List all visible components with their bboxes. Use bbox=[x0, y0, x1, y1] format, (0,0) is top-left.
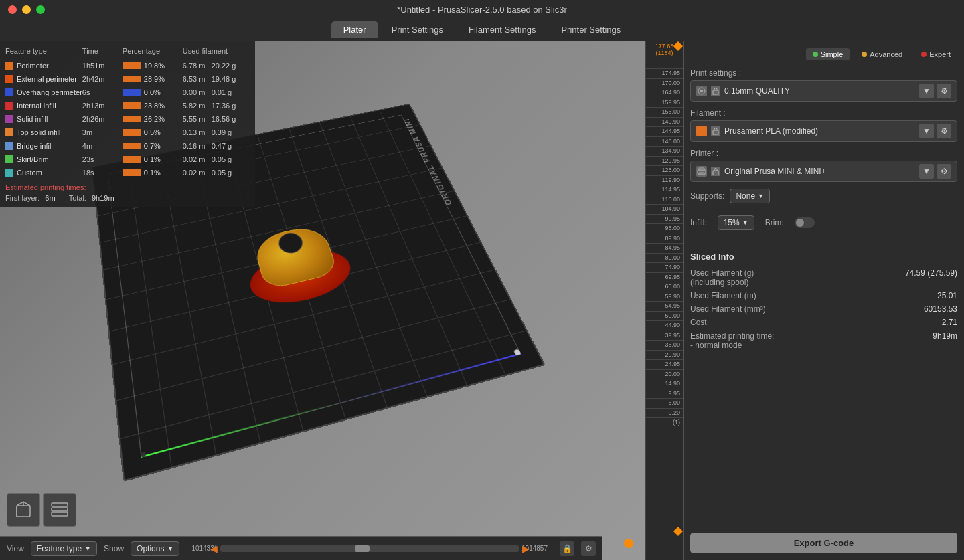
tab-print-settings[interactable]: Print Settings bbox=[380, 21, 455, 38]
mode-simple-button[interactable]: Simple bbox=[806, 48, 850, 60]
filament-gear-btn[interactable]: ⚙ bbox=[937, 124, 951, 138]
bottom-lock-icon[interactable]: 🔒 bbox=[560, 541, 574, 556]
bottombar: View Feature type ▼ Show Options ▼ 10143… bbox=[0, 536, 602, 560]
svg-rect-13 bbox=[713, 171, 718, 175]
sliced-info: Sliced Info Used Filament (g) (including… bbox=[690, 241, 957, 354]
stat-feature-name: Internal infill bbox=[17, 102, 56, 110]
ruler-tick: 144.95 bbox=[646, 126, 683, 136]
stat-pct: 28.9% bbox=[123, 75, 183, 83]
tab-printer-settings[interactable]: Printer Settings bbox=[549, 21, 633, 38]
ruler-tick: 35.00 bbox=[646, 340, 683, 350]
lock-icon-print bbox=[711, 86, 720, 96]
sliced-rows: Used Filament (g) (including spool) 74.5… bbox=[690, 268, 957, 350]
stat-label: Custom bbox=[5, 169, 82, 177]
info-value: 60153.53 bbox=[924, 304, 957, 314]
mode-expert-button[interactable]: Expert bbox=[914, 48, 957, 60]
stat-color-swatch bbox=[5, 75, 13, 83]
bottom-settings-icon[interactable]: ⚙ bbox=[581, 541, 596, 556]
sliced-info-title: Sliced Info bbox=[690, 252, 957, 262]
viewport[interactable]: ORIGINAL PRUSA MINI bbox=[0, 41, 645, 560]
ruler-tick: 50.00 bbox=[646, 311, 683, 321]
list-item: Cost 2.71 bbox=[690, 318, 957, 327]
brim-label: Brim: bbox=[765, 218, 784, 227]
brim-toggle-dot bbox=[796, 219, 804, 227]
list-item: Used Filament (m) 25.01 bbox=[690, 291, 957, 300]
printer-icon bbox=[696, 166, 707, 177]
stat-label: Skirt/Brim bbox=[5, 155, 82, 163]
ruler-top-diamond bbox=[673, 41, 683, 51]
stat-time: 18s bbox=[82, 169, 123, 177]
show-dropdown[interactable]: Options ▼ bbox=[131, 541, 179, 556]
print-settings-gear-btn[interactable]: ⚙ bbox=[937, 84, 951, 98]
ruler-tick: 84.95 bbox=[646, 243, 683, 253]
svg-rect-5 bbox=[52, 512, 68, 516]
view-dropdown[interactable]: Feature type ▼ bbox=[31, 541, 97, 556]
stat-pct: 0.5% bbox=[123, 128, 183, 136]
scroll-right-arrow[interactable]: ▶ bbox=[521, 545, 530, 553]
maximize-button[interactable] bbox=[36, 5, 45, 14]
titlebar: *Untitled - PrusaSlicer-2.5.0 based on S… bbox=[0, 0, 964, 19]
ruler-tick: 54.95 bbox=[646, 301, 683, 311]
printer-label: Printer : bbox=[690, 149, 957, 158]
stat-filament: 5.55 m 16.56 g bbox=[183, 115, 250, 123]
filament-value: Prusament PLA (modified) bbox=[724, 126, 915, 136]
pct-bar-visual bbox=[123, 89, 141, 96]
stat-time: 3m bbox=[82, 128, 123, 136]
minimize-button[interactable] bbox=[22, 5, 31, 14]
ruler-tick: 59.90 bbox=[646, 292, 683, 302]
ruler-tick: 20.00 bbox=[646, 369, 683, 379]
stat-color-swatch bbox=[5, 169, 13, 177]
tab-filament-settings[interactable]: Filament Settings bbox=[457, 21, 548, 38]
close-button[interactable] bbox=[8, 5, 17, 14]
view-3d-button[interactable] bbox=[7, 493, 40, 527]
table-row: Solid infill 2h26m 26.2% 5.55 m 16.56 g bbox=[5, 112, 250, 126]
sidebar: Simple Advanced Expert Print settings : bbox=[683, 41, 964, 560]
svg-rect-9 bbox=[713, 130, 718, 135]
ruler-tick: 69.95 bbox=[646, 272, 683, 282]
info-key: Used Filament (mm³) bbox=[690, 304, 766, 314]
stats-overlay: Feature type Time Percentage Used filame… bbox=[0, 41, 255, 207]
printer-gear-btn[interactable]: ⚙ bbox=[937, 164, 951, 179]
printer-section: Printer : Original Prusa MINI & MINI+ ▼ … bbox=[690, 149, 957, 182]
stat-color-swatch bbox=[5, 88, 13, 96]
list-item: Used Filament (mm³) 60153.53 bbox=[690, 304, 957, 314]
brim-toggle[interactable] bbox=[795, 217, 815, 228]
filament-dropdown-btn[interactable]: ▼ bbox=[919, 124, 934, 138]
export-gcode-button[interactable]: Export G-code bbox=[690, 533, 957, 553]
col-time: Time bbox=[82, 47, 123, 55]
ruler-tick: 0.20 bbox=[646, 408, 683, 418]
print-settings-section: Print settings : 0.15mm QUALITY ▼ ⚙ bbox=[690, 68, 957, 102]
svg-point-7 bbox=[700, 90, 703, 92]
tab-plater[interactable]: Plater bbox=[331, 21, 378, 38]
print-settings-dropdown-btn[interactable]: ▼ bbox=[919, 84, 934, 98]
scroll-left-arrow[interactable]: ◀ bbox=[210, 545, 218, 553]
ruler-tick: 174.95 bbox=[646, 68, 683, 78]
pct-bar-visual bbox=[123, 156, 141, 163]
svg-rect-0 bbox=[17, 506, 30, 517]
supports-dropdown[interactable]: None ▼ bbox=[730, 189, 770, 203]
stat-filament: 0.16 m 0.47 g bbox=[183, 142, 250, 150]
stat-color-swatch bbox=[5, 155, 13, 163]
lock-icon-filament bbox=[711, 126, 720, 136]
estimated-times: Estimated printing times: First layer: 6… bbox=[5, 183, 250, 202]
pct-bar-visual bbox=[123, 62, 141, 69]
col-feature-type: Feature type bbox=[5, 47, 82, 55]
printer-dropdown-btn[interactable]: ▼ bbox=[919, 164, 934, 179]
col-percentage: Percentage bbox=[123, 47, 183, 55]
view-layers-button[interactable] bbox=[43, 493, 76, 527]
filament-section: Filament : Prusament PLA (modified) ▼ ⚙ bbox=[690, 108, 957, 142]
expert-dot bbox=[921, 52, 927, 57]
list-item: Used Filament (g) (including spool) 74.5… bbox=[690, 268, 957, 287]
supports-row: Supports: None ▼ bbox=[690, 189, 957, 203]
ruler-tick: (1) bbox=[646, 417, 683, 428]
stat-label: Perimeter bbox=[5, 62, 82, 70]
filament-color-swatch[interactable] bbox=[696, 126, 707, 136]
orange-indicator bbox=[624, 539, 633, 548]
mode-advanced-button[interactable]: Advanced bbox=[855, 48, 909, 60]
infill-dropdown[interactable]: 15% ▼ bbox=[718, 215, 754, 230]
pct-bar-visual bbox=[123, 169, 141, 176]
total-value: 9h19m bbox=[92, 194, 114, 202]
window-controls bbox=[8, 5, 45, 14]
stat-feature-name: Overhang perimeter bbox=[17, 88, 82, 96]
pct-bar-visual bbox=[123, 116, 141, 122]
